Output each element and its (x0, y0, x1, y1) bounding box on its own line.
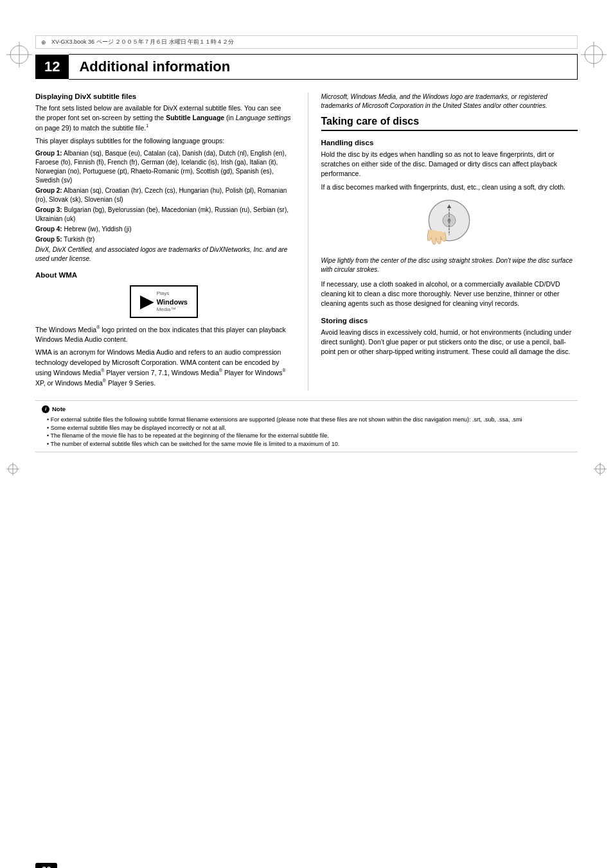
wipe-caption: Wipe lightly from the center of the disc… (321, 256, 578, 274)
corner-mark-top-right (581, 42, 607, 67)
handling-para1: Hold the disc by its edges when handling… (321, 150, 578, 179)
divx-disclaimer: DivX, DivX Certified, and associated log… (35, 245, 292, 263)
taking-care-heading: Taking care of discs (321, 116, 578, 131)
right-column: Microsoft, Windows Media, and the Window… (308, 93, 578, 391)
storing-discs-heading: Storing discs (321, 317, 578, 324)
wma-para1: The Windows Media® logo printed on the b… (35, 324, 292, 344)
note-title: i Note (42, 405, 571, 414)
divx-para1: The font sets listed below are available… (35, 103, 292, 133)
group-4: Group 4: Hebrew (iw), Yiddish (ji) (35, 225, 292, 234)
note-item-1: For external subtitle files the followin… (47, 416, 571, 424)
divx-para2: This player displays subtitles for the f… (35, 136, 292, 146)
note-item-4: The number of external subtitle files wh… (47, 440, 571, 448)
wma-logo-container: ▶ Plays Windows Media™ (35, 285, 292, 318)
disc-image (417, 199, 481, 250)
page: ⊕ XV-GX3.book 36 ページ ２００５年７月６日 水曜日 午前１１時… (0, 35, 613, 868)
side-mark-left (6, 463, 19, 477)
wma-plays-label: Plays (157, 290, 188, 297)
wma-logo-text: Plays Windows Media™ (157, 290, 188, 313)
page-number: 36 (35, 863, 57, 868)
disc-image-container (321, 199, 578, 250)
group-5: Group 5: Turkish (tr) (35, 235, 292, 244)
handling-discs-heading: Handling discs (321, 139, 578, 146)
groups-list: Group 1: Albanian (sq), Basque (eu), Cat… (35, 149, 292, 244)
note-item-3: The filename of the movie file has to be… (47, 432, 571, 440)
note-icon: i (42, 405, 49, 413)
top-bar-icon: ⊕ (41, 39, 46, 46)
wma-heading: About WMA (35, 271, 292, 279)
note-title-text: Note (52, 405, 66, 414)
chapter-number: 12 (35, 55, 69, 79)
wma-logo-icon: ▶ (140, 292, 152, 312)
handling-para3: If necessary, use a cloth soaked in alco… (321, 279, 578, 309)
group-2: Group 2: Albanian (sq), Croatian (hr), C… (35, 186, 292, 204)
left-column: Displaying DivX subtitle files The font … (35, 93, 292, 391)
page-footer: 36 En (35, 863, 57, 868)
chapter-header: 12 Additional information (35, 54, 578, 80)
group-3: Group 3: Bulgarian (bg), Byelorussian (b… (35, 206, 292, 224)
top-bar: ⊕ XV-GX3.book 36 ページ ２００５年７月６日 水曜日 午前１１時… (35, 35, 578, 49)
storing-para1: Avoid leaving discs in excessively cold,… (321, 328, 578, 357)
note-item-2: Some external subtitle files may be disp… (47, 424, 571, 432)
handling-para2: If a disc becomes marked with fingerprin… (321, 182, 578, 192)
wma-media-label: Media™ (157, 306, 188, 313)
note-box: i Note For external subtitle files the f… (35, 400, 578, 452)
side-mark-right (594, 463, 607, 477)
wma-windows-label: Windows (157, 297, 188, 306)
chapter-title: Additional information (69, 54, 578, 80)
wma-para2: WMA is an acronym for Windows Media Audi… (35, 348, 292, 387)
microsoft-disclaimer: Microsoft, Windows Media, and the Window… (321, 93, 578, 111)
divx-heading: Displaying DivX subtitle files (35, 93, 292, 100)
corner-mark-top-left (6, 42, 32, 67)
wma-logo-box: ▶ Plays Windows Media™ (130, 285, 198, 318)
main-content: Displaying DivX subtitle files The font … (35, 93, 578, 391)
group-1: Group 1: Albanian (sq), Basque (eu), Cat… (35, 149, 292, 185)
top-bar-text: XV-GX3.book 36 ページ ２００５年７月６日 水曜日 午前１１時４２… (51, 38, 234, 46)
